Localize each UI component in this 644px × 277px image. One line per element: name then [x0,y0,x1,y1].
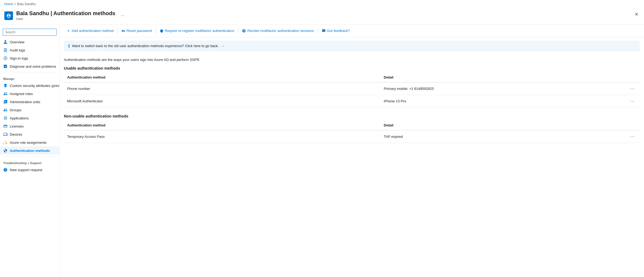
sidebar: Overview Audit logs Sign-in logs Diagnos… [0,24,60,277]
table-row: Microsoft Authenticator iPhone 13 Pro ··… [64,95,640,107]
info-banner: ℹ Want to switch back to the old user au… [64,41,640,51]
page-subtitle: User [16,17,115,21]
toolbar-sep-3 [238,28,238,34]
sidebar-auth-label: Authentication methods [10,149,50,153]
toolbar-sep-1 [117,28,118,34]
support-icon [3,168,8,172]
sidebar-item-assigned-roles[interactable]: Assigned roles [0,90,59,98]
add-icon [67,29,70,33]
auth-icon [3,148,8,153]
licenses-icon [3,124,8,128]
method-cell: Phone number [64,82,381,95]
non-usable-methods-table: Authentication method Detail Temporary A… [64,120,640,143]
sidebar-azure-label: Azure role assignments [10,141,47,145]
breadcrumb: Home > Bala Sandhu [0,0,644,8]
sidebar-licenses-label: Licenses [10,124,24,128]
content-area: Authentication methods are the ways your… [60,54,644,154]
table-row: Temporary Access Pass TAP expired ··· [64,130,640,143]
sidebar-item-custom-security[interactable]: Custom security attributes (preview) [0,82,59,90]
detail-cell: iPhone 13 Pro [381,95,622,107]
actions-cell: ··· [622,130,640,143]
usable-col-detail-header: Detail [381,73,622,82]
support-section-label: Troubleshooting + Support [0,158,59,166]
close-button[interactable]: ✕ [633,10,640,18]
sidebar-divider-1 [3,72,56,72]
toolbar-sep-2 [156,28,156,34]
sidebar-item-audit-logs[interactable]: Audit logs [0,46,59,54]
search-input[interactable] [3,29,57,36]
method-cell: Microsoft Authenticator [64,95,381,107]
shield-person-icon [6,13,11,18]
person-icon [3,40,8,44]
sidebar-custom-label: Custom security attributes (preview) [10,84,59,88]
breadcrumb-current: Bala Sandhu [17,2,36,6]
detail-cell: Primary mobile: +1 6148592825 [381,82,622,95]
method-cell: Temporary Access Pass [64,130,381,143]
info-icon: ℹ [68,43,70,48]
usable-section-title: Usable authentication methods [64,66,640,70]
actions-cell: ··· [622,82,640,95]
diagnose-icon [3,64,8,69]
main-content: Add authentication method Reset password… [60,24,644,277]
sidebar-item-azure-roles[interactable]: Azure role assignments [0,138,59,146]
toolbar: Add authentication method Reset password… [60,24,644,37]
feedback-icon [322,29,326,33]
app-body: Overview Audit logs Sign-in logs Diagnos… [0,24,644,277]
revoke-sessions-button[interactable]: Revoke multifactor authentication sessio… [239,27,316,34]
sidebar-item-overview[interactable]: Overview [0,38,59,46]
sidebar-item-signin-logs[interactable]: Sign-in logs [0,54,59,62]
add-auth-method-button[interactable]: Add authentication method [64,27,116,34]
sidebar-diagnose-label: Diagnose and solve problems [10,64,56,69]
sidebar-item-auth-methods[interactable]: Authentication methods [0,146,59,155]
usable-col-actions-header [622,73,640,82]
sidebar-item-devices[interactable]: Devices [0,130,59,138]
sidebar-signin-label: Sign-in logs [10,56,28,60]
banner-link[interactable]: → [221,44,224,48]
row-actions-button[interactable]: ··· [628,98,636,105]
banner-text: Want to switch back to the old user auth… [72,44,219,48]
sidebar-devices-label: Devices [10,132,22,136]
sidebar-groups-label: Groups [10,108,21,112]
feedback-button[interactable]: Got feedback? [319,27,353,34]
row-actions-button[interactable]: ··· [628,85,636,92]
sidebar-item-applications[interactable]: Applications [0,114,59,122]
sidebar-item-diagnose[interactable]: Diagnose and solve problems [0,62,59,70]
page-header: Bala Sandhu | Authentication methods Use… [0,8,644,24]
non-usable-col-actions-header [622,120,640,130]
roles-icon [3,92,8,96]
sidebar-item-admin-units[interactable]: Administrative units [0,98,59,106]
breadcrumb-sep: > [14,2,16,6]
revoke-icon [242,29,246,33]
sidebar-audit-label: Audit logs [10,48,25,52]
sidebar-support-label: New support request [10,168,42,172]
azure-icon [3,140,8,145]
breadcrumb-home[interactable]: Home [4,2,13,6]
admin-icon [3,100,8,104]
svg-point-0 [5,58,6,59]
devices-icon [3,132,8,136]
page-header-title: Bala Sandhu | Authentication methods Use… [16,10,115,21]
header-ellipsis-menu[interactable]: ··· [121,13,124,18]
toolbar-sep-4 [318,28,318,34]
detail-cell: TAP expired [381,130,622,143]
sidebar-item-groups[interactable]: Groups [0,106,59,114]
sidebar-item-licenses[interactable]: Licenses [0,122,59,130]
page-header-icon [4,11,13,20]
actions-cell: ··· [622,95,640,107]
groups-icon [3,108,8,112]
table-row: Phone number Primary mobile: +1 61485928… [64,82,640,95]
signin-icon [3,56,8,60]
require-reregister-button[interactable]: Require re-register multifactor authenti… [157,27,237,34]
shield-refresh-icon [160,29,164,33]
audit-icon [3,48,8,52]
sidebar-roles-label: Assigned roles [10,92,33,96]
sidebar-admin-label: Administrative units [10,100,40,104]
row-actions-button[interactable]: ··· [628,133,636,140]
custom-icon [3,83,8,88]
non-usable-col-detail-header: Detail [381,120,622,130]
reset-password-button[interactable]: Reset password [119,27,155,34]
non-usable-col-method-header: Authentication method [64,120,381,130]
sidebar-item-support[interactable]: New support request [0,166,59,174]
page-title: Bala Sandhu | Authentication methods [16,10,115,17]
sidebar-overview-label: Overview [10,40,24,44]
